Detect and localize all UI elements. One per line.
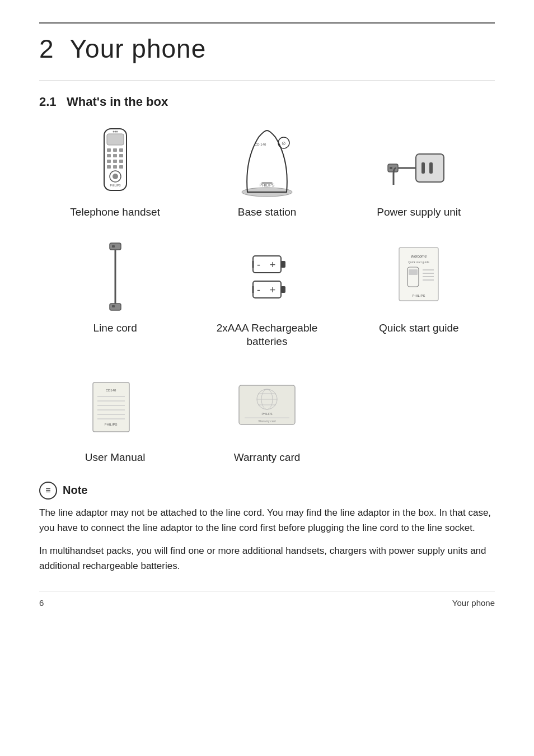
svg-rect-4 xyxy=(119,148,123,152)
svg-text:-: - xyxy=(257,259,260,270)
svg-rect-27 xyxy=(421,162,425,174)
svg-rect-13 xyxy=(119,165,123,169)
base-station-label: Base station xyxy=(238,206,297,220)
telephone-handset-label: Telephone handset xyxy=(70,206,160,220)
svg-rect-36 xyxy=(112,305,115,307)
quick-start-label: Quick start guide xyxy=(379,321,459,335)
svg-rect-2 xyxy=(107,148,111,152)
svg-text:CD140: CD140 xyxy=(105,389,116,392)
quick-start-svg: Welcome Quick start guide PHILIPS xyxy=(388,242,449,315)
svg-rect-43 xyxy=(281,286,285,293)
base-station-image: CD 140 ⊙ PHILIPS xyxy=(233,126,301,199)
svg-rect-5 xyxy=(107,154,111,157)
batteries-label: 2xAAA Rechargeable batteries xyxy=(217,321,318,349)
svg-text:PHILIPS: PHILIPS xyxy=(413,294,425,297)
svg-rect-11 xyxy=(107,165,111,169)
svg-point-19 xyxy=(116,131,118,133)
svg-rect-51 xyxy=(409,269,418,275)
item-telephone-handset: PHILIPS Telephone handset xyxy=(39,126,191,220)
chapter-number: 2 xyxy=(39,34,54,63)
note-section: ≡ Note The line adaptor may not be attac… xyxy=(39,482,495,574)
section-title: What's in the box xyxy=(67,95,168,109)
item-user-manual: CD140 PHILIPS User Manual xyxy=(39,371,191,465)
line-cord-image xyxy=(96,242,135,315)
svg-rect-12 xyxy=(113,165,117,169)
svg-text:+: + xyxy=(270,259,276,270)
note-title: Note xyxy=(63,484,87,497)
svg-rect-7 xyxy=(119,154,123,157)
chapter-title: 2Your phone xyxy=(39,34,495,64)
svg-rect-38 xyxy=(281,261,285,268)
power-supply-image xyxy=(385,126,452,199)
section-number: 2.1 xyxy=(39,95,57,109)
footer-section-label: Your phone xyxy=(452,598,495,608)
svg-text:PHILIPS: PHILIPS xyxy=(110,184,121,187)
svg-text:CD 140: CD 140 xyxy=(255,143,266,146)
svg-rect-28 xyxy=(429,162,433,174)
base-station-svg: CD 140 ⊙ PHILIPS xyxy=(233,126,301,199)
svg-text:PHILIPS: PHILIPS xyxy=(261,412,273,416)
svg-rect-35 xyxy=(112,245,115,248)
svg-text:+: + xyxy=(270,284,276,296)
svg-rect-34 xyxy=(110,304,121,310)
item-line-cord: Line cord xyxy=(39,242,191,349)
batteries-svg: + - + - xyxy=(242,245,292,312)
user-manual-label: User Manual xyxy=(85,451,146,465)
svg-text:⊙: ⊙ xyxy=(282,141,286,146)
item-warranty-card: PHILIPS Warranty card Warranty card xyxy=(191,371,343,465)
svg-rect-25 xyxy=(261,182,273,184)
warranty-card-label: Warranty card xyxy=(234,451,301,465)
svg-point-15 xyxy=(113,174,118,179)
page-number: 6 xyxy=(39,598,44,608)
items-grid: PHILIPS Telephone handset CD 140 ⊙ xyxy=(39,126,495,465)
svg-point-18 xyxy=(114,131,116,133)
svg-text:PHILIPS: PHILIPS xyxy=(104,423,117,426)
svg-point-17 xyxy=(113,131,114,133)
footer-rule xyxy=(39,591,495,591)
line-cord-label: Line cord xyxy=(93,321,137,335)
line-cord-svg xyxy=(96,242,135,315)
batteries-image: + - + - xyxy=(242,242,292,315)
note-header: ≡ Note xyxy=(39,482,495,500)
power-supply-label: Power supply unit xyxy=(377,206,461,220)
telephone-handset-svg: PHILIPS xyxy=(90,126,140,199)
svg-rect-9 xyxy=(113,160,117,163)
svg-rect-10 xyxy=(119,160,123,163)
svg-rect-8 xyxy=(107,160,111,163)
svg-rect-33 xyxy=(110,243,121,250)
item-base-station: CD 140 ⊙ PHILIPS Base station xyxy=(191,126,343,220)
item-batteries: + - + - 2xAAA Rechargeable batteries xyxy=(191,242,343,349)
user-manual-svg: CD140 PHILIPS xyxy=(87,377,143,438)
svg-rect-31 xyxy=(390,167,392,169)
svg-rect-6 xyxy=(113,154,117,157)
page-footer: 6 Your phone xyxy=(39,598,495,608)
svg-text:Quick start guide: Quick start guide xyxy=(409,260,430,264)
note-icon: ≡ xyxy=(39,482,57,500)
note-paragraph-2: In multihandset packs, you will find one… xyxy=(39,543,495,573)
user-manual-image: CD140 PHILIPS xyxy=(87,371,143,444)
section-heading: 2.1 What's in the box xyxy=(39,95,495,109)
chapter-title-text: Your phone xyxy=(70,34,207,63)
svg-text:Warranty card: Warranty card xyxy=(258,419,275,423)
section-rule xyxy=(39,81,495,81)
warranty-card-image: PHILIPS Warranty card xyxy=(233,371,301,444)
svg-rect-3 xyxy=(113,148,117,152)
note-paragraph-1: The line adaptor may not be attached to … xyxy=(39,505,495,535)
svg-text:Welcome: Welcome xyxy=(411,254,427,258)
quick-start-image: Welcome Quick start guide PHILIPS xyxy=(388,242,449,315)
power-supply-svg xyxy=(385,129,452,196)
item-power-supply: Power supply unit xyxy=(343,126,495,220)
svg-text:-: - xyxy=(257,284,260,296)
warranty-card-svg: PHILIPS Warranty card xyxy=(233,380,301,436)
top-rule xyxy=(39,22,495,24)
svg-rect-1 xyxy=(107,134,124,145)
telephone-handset-image: PHILIPS xyxy=(90,126,140,199)
item-quick-start: Welcome Quick start guide PHILIPS Quick … xyxy=(343,242,495,349)
